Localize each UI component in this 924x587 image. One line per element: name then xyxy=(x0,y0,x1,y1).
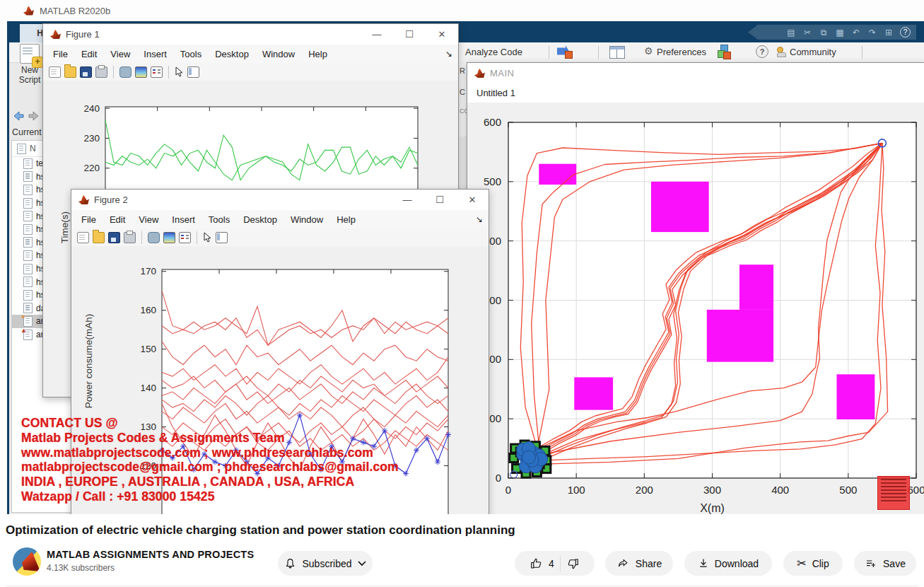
download-button[interactable]: Download xyxy=(684,551,772,576)
community-people-icon xyxy=(777,47,786,57)
toolstrip-community[interactable]: Community xyxy=(790,47,836,57)
download-icon xyxy=(698,557,709,569)
file-icon: ✶ xyxy=(23,316,33,327)
property-inspector-icon[interactable] xyxy=(216,232,228,243)
menu-file[interactable]: File xyxy=(53,49,68,59)
menu-window[interactable]: Window xyxy=(262,49,295,59)
svg-text:230: 230 xyxy=(83,133,100,144)
figure1-titlebar[interactable]: Figure 1 — ☐ ✕ xyxy=(43,24,458,45)
svg-text:140: 140 xyxy=(140,383,156,393)
menu-view[interactable]: View xyxy=(110,49,130,59)
thumbs-up-icon[interactable] xyxy=(530,557,543,570)
file-icon xyxy=(23,250,33,261)
menu-help[interactable]: Help xyxy=(308,49,327,59)
maximize-button[interactable]: ☐ xyxy=(393,24,426,45)
menu-file[interactable]: File xyxy=(81,214,96,225)
app-title: MATLAB R2020b xyxy=(40,6,110,16)
save-icon[interactable]: ▤ xyxy=(786,28,796,37)
matlab-logo-icon xyxy=(50,30,61,39)
open-file-icon[interactable] xyxy=(93,232,105,243)
thumbs-down-icon[interactable] xyxy=(566,557,580,570)
back-arrow-icon[interactable] xyxy=(12,111,24,121)
menu-overflow-icon[interactable]: ↘ xyxy=(445,49,452,59)
redo-icon[interactable]: ↷ xyxy=(867,28,877,37)
menu-view[interactable]: View xyxy=(139,214,158,225)
help-icon[interactable]: ? xyxy=(900,27,911,37)
layout-grid-icon[interactable] xyxy=(609,46,625,59)
property-inspector-icon[interactable] xyxy=(187,66,199,78)
menu-overflow-icon[interactable]: ↘ xyxy=(476,214,483,224)
quick-access-toolbar: ▤ ✂ ⧉ ▦ ↶ ↷ ⊞ ? xyxy=(748,25,916,40)
insert-legend-icon[interactable] xyxy=(151,66,163,78)
share-button[interactable]: Share xyxy=(605,551,673,576)
file-icon xyxy=(23,277,33,287)
menu-tools[interactable]: Tools xyxy=(209,214,230,225)
forward-arrow-icon[interactable] xyxy=(28,111,40,121)
link-plot-icon[interactable] xyxy=(148,232,160,243)
help-circle-icon[interactable]: ? xyxy=(756,45,768,58)
minimize-button[interactable]: — xyxy=(361,24,393,45)
svg-text:170: 170 xyxy=(140,266,156,277)
menu-desktop[interactable]: Desktop xyxy=(243,214,277,225)
figure2-titlebar[interactable]: Figure 2 — ☐ ✕ xyxy=(71,190,489,211)
link-plot-icon[interactable] xyxy=(119,66,131,78)
main-figure-window: MAIN Untitled 1 010020030040050060001002… xyxy=(467,62,924,516)
new-figure-icon[interactable] xyxy=(77,232,89,243)
menu-edit[interactable]: Edit xyxy=(81,49,97,59)
menu-window[interactable]: Window xyxy=(291,214,323,225)
paste-icon[interactable]: ▦ xyxy=(835,28,845,37)
print-icon[interactable] xyxy=(124,232,136,243)
file-icon xyxy=(23,171,33,182)
editor-tab-untitled1[interactable]: Untitled 1 xyxy=(467,83,924,103)
cut-icon[interactable]: ✂ xyxy=(802,28,812,37)
divider xyxy=(6,586,918,586)
subscribed-button[interactable]: Subscribed xyxy=(278,551,373,576)
edit-plot-cursor-icon[interactable] xyxy=(175,66,184,77)
open-file-icon[interactable] xyxy=(64,66,76,78)
menu-help[interactable]: Help xyxy=(337,214,356,225)
undo-icon[interactable]: ↶ xyxy=(851,28,861,37)
main-window-titlebar[interactable]: MAIN xyxy=(467,63,924,84)
print-icon[interactable] xyxy=(95,66,107,78)
save-figure-icon[interactable] xyxy=(80,66,92,78)
menu-tools[interactable]: Tools xyxy=(180,49,201,59)
close-button[interactable]: ✕ xyxy=(456,190,489,210)
insert-colorbar-icon[interactable] xyxy=(135,66,147,78)
insert-legend-icon[interactable] xyxy=(179,232,191,243)
clip-button[interactable]: ✂ Clip xyxy=(783,551,843,576)
svg-text:130: 130 xyxy=(140,422,156,432)
menu-insert[interactable]: Insert xyxy=(172,214,195,225)
menu-edit[interactable]: Edit xyxy=(110,214,125,225)
svg-text:0: 0 xyxy=(496,472,501,484)
channel-name[interactable]: MATLAB ASSIGNMENTS AND PROJECTS xyxy=(47,549,254,560)
file-column-icon xyxy=(17,144,26,154)
minimize-button[interactable]: — xyxy=(391,190,423,210)
figure2-ylabel: Power consume(mAh) xyxy=(83,314,94,409)
save-figure-icon[interactable] xyxy=(108,232,120,243)
new-figure-icon[interactable] xyxy=(49,66,61,78)
toolstrip-preferences[interactable]: Preferences xyxy=(657,47,706,57)
menu-desktop[interactable]: Desktop xyxy=(215,49,249,59)
save-playlist-button[interactable]: Save xyxy=(854,551,916,576)
video-title: Optimization of electric vehicle chargin… xyxy=(6,523,515,537)
layout-icon[interactable]: ⊞ xyxy=(884,28,894,37)
matlab-logo-icon xyxy=(78,195,89,204)
svg-text:220: 220 xyxy=(83,163,100,173)
figure2-toolbar xyxy=(71,228,489,247)
toolstrip-analyze-code[interactable]: Analyze Code xyxy=(465,47,522,57)
maximize-button[interactable]: ☐ xyxy=(423,190,456,210)
svg-text:400: 400 xyxy=(771,484,789,496)
channel-avatar[interactable] xyxy=(13,547,41,576)
new-script-button[interactable]: NewScript xyxy=(13,44,47,102)
figure1-toolbar xyxy=(43,63,458,81)
close-button[interactable]: ✕ xyxy=(426,24,458,45)
subscriber-count: 4.13K subscribers xyxy=(47,563,115,573)
youtube-panel: Optimization of electric vehicle chargin… xyxy=(0,514,924,587)
insert-colorbar-icon[interactable] xyxy=(163,232,175,243)
file-icon xyxy=(23,290,33,301)
edit-plot-cursor-icon[interactable] xyxy=(203,232,212,243)
copy-icon[interactable]: ⧉ xyxy=(819,28,829,37)
file-icon xyxy=(23,224,33,235)
menu-insert[interactable]: Insert xyxy=(144,49,167,59)
svg-text:150: 150 xyxy=(140,344,156,354)
